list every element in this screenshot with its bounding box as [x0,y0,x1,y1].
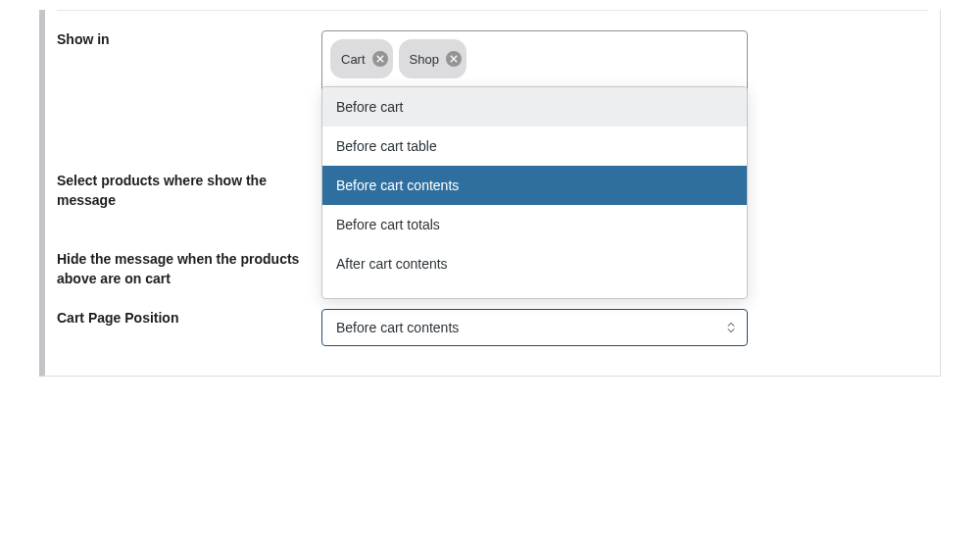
select-products-label: Select products where show the message [57,173,267,208]
label-col: Show in [57,30,321,50]
label-col: Select products where show the message [57,172,321,210]
cart-position-dropdown[interactable]: Before cartBefore cart tableBefore cart … [321,86,748,299]
label-col: Cart Page Position [57,309,321,329]
label-col: Hide the message when the products above… [57,250,321,288]
token-label: Cart [341,52,366,67]
dropdown-option[interactable]: Before cart [322,87,747,127]
settings-panel: Show in Cart Shop Choose the woocommerce… [39,10,941,377]
select-wrap: Before cart contents Before cartBefore c… [321,309,748,346]
cart-position-label: Cart Page Position [57,310,178,326]
close-icon[interactable] [446,51,462,67]
select-value: Before cart contents [336,320,459,335]
token-cart[interactable]: Cart [330,39,393,78]
field-row-cart-position: Cart Page Position Before cart contents … [45,289,940,346]
token-label: Shop [410,52,439,67]
show-in-label: Show in [57,31,110,47]
dropdown-option[interactable]: Before cart totals [322,205,747,244]
cart-position-select[interactable]: Before cart contents [321,309,748,346]
dropdown-option[interactable]: Before cart table [322,127,747,166]
field-col: Before cart contents Before cartBefore c… [321,309,748,346]
chevron-updown-icon [727,323,735,333]
dropdown-option[interactable]: After cart contents [322,244,747,283]
hide-message-label: Hide the message when the products above… [57,251,299,286]
close-icon[interactable] [372,51,388,67]
token-shop[interactable]: Shop [399,39,466,78]
dropdown-option[interactable]: Before cart contents [322,166,747,205]
